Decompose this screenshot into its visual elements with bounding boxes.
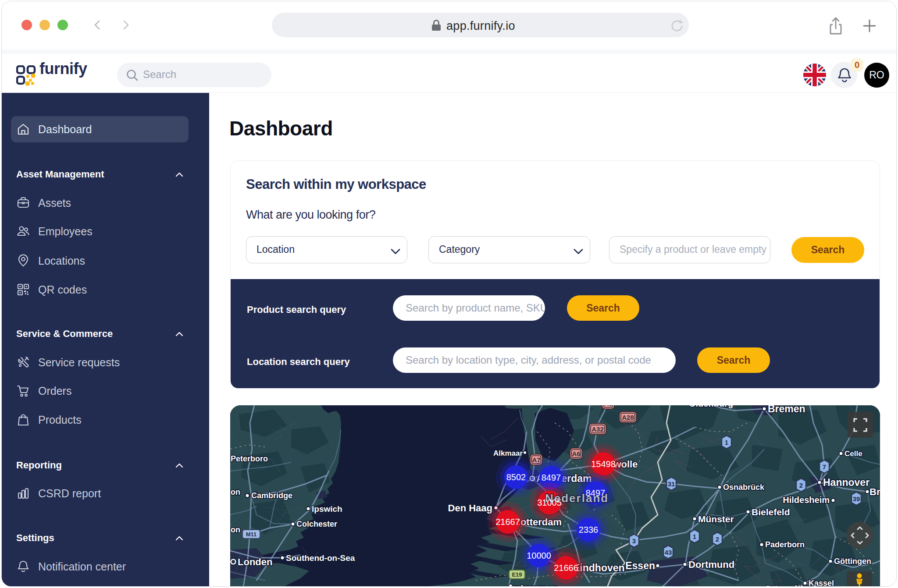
- svg-text:Ipswich: Ipswich: [312, 504, 342, 514]
- svg-text:8497: 8497: [586, 488, 606, 498]
- svg-text:A32: A32: [592, 425, 604, 433]
- svg-text:Essen: Essen: [625, 560, 655, 571]
- svg-text:2: 2: [799, 482, 803, 489]
- svg-text:A6: A6: [572, 450, 580, 457]
- svg-text:2: 2: [716, 535, 719, 543]
- svg-text:Southend-on-Sea: Southend-on-Sea: [286, 553, 355, 563]
- svg-text:on: on: [231, 488, 240, 496]
- svg-text:21667: 21667: [495, 517, 520, 527]
- svg-text:Antwerpen: Antwerpen: [507, 583, 559, 587]
- svg-text:10000: 10000: [527, 551, 551, 560]
- svg-text:15498: 15498: [591, 459, 616, 469]
- svg-text:Dortmund: Dortmund: [688, 559, 734, 570]
- svg-text:on: on: [231, 525, 240, 534]
- svg-text:M11: M11: [246, 531, 257, 538]
- svg-text:Colchester: Colchester: [296, 520, 337, 528]
- svg-text:Peterboro: Peterboro: [231, 454, 268, 463]
- svg-text:Hannover: Hannover: [823, 477, 869, 488]
- svg-text:31005: 31005: [537, 498, 562, 507]
- svg-text:A28: A28: [622, 414, 634, 421]
- svg-text:1: 1: [693, 533, 696, 540]
- svg-text:Londen: Londen: [238, 556, 272, 567]
- svg-text:7: 7: [823, 463, 826, 471]
- svg-text:21666: 21666: [554, 563, 578, 573]
- svg-text:A1: A1: [604, 405, 612, 407]
- svg-text:8497: 8497: [542, 473, 561, 482]
- svg-text:Düsseldorf: Düsseldorf: [766, 584, 816, 587]
- svg-text:Göttingen: Göttingen: [834, 557, 871, 566]
- svg-text:8502: 8502: [506, 472, 526, 482]
- svg-text:31: 31: [668, 480, 675, 488]
- svg-text:Münster: Münster: [698, 514, 734, 524]
- svg-text:39: 39: [853, 495, 860, 503]
- svg-text:2336: 2336: [579, 525, 599, 535]
- svg-text:Den Haag: Den Haag: [448, 503, 492, 514]
- svg-text:Osnabrück: Osnabrück: [723, 483, 765, 492]
- svg-text:Celle: Celle: [845, 450, 862, 458]
- svg-text:43: 43: [665, 549, 672, 556]
- svg-text:3: 3: [632, 537, 636, 545]
- svg-text:Hildesheim: Hildesheim: [783, 495, 830, 505]
- svg-text:Bielefeld: Bielefeld: [752, 507, 790, 517]
- svg-text:Alkmaar: Alkmaar: [493, 449, 523, 457]
- svg-text:Bremen: Bremen: [768, 405, 805, 414]
- svg-text:E19: E19: [512, 571, 522, 578]
- svg-text:1: 1: [725, 439, 728, 446]
- svg-text:Oldenburg: Oldenburg: [689, 405, 733, 408]
- svg-text:Braunschweig: Braunschweig: [869, 486, 880, 497]
- svg-text:Paderborn: Paderborn: [765, 540, 805, 549]
- svg-text:Cambridge: Cambridge: [251, 491, 292, 500]
